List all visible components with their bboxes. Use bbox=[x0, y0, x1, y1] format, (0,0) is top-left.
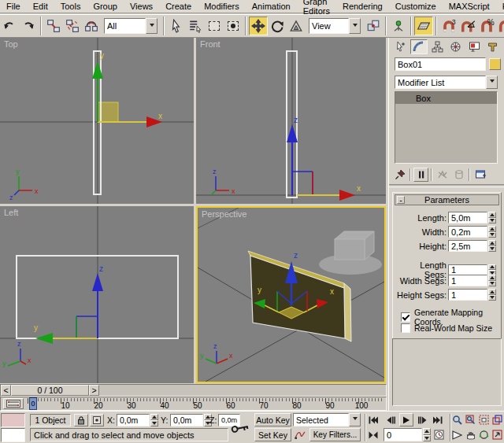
selection-filter-dropdown[interactable]: All bbox=[104, 18, 158, 34]
menu-edit[interactable]: Edit bbox=[27, 1, 54, 12]
width-segs-field[interactable]: 1 bbox=[448, 275, 487, 286]
rollout-collapse-button[interactable]: - bbox=[397, 196, 405, 204]
rectangular-selection-region-button[interactable] bbox=[205, 17, 224, 35]
go-to-start-button[interactable] bbox=[366, 413, 380, 426]
bind-to-space-warp-button[interactable] bbox=[82, 17, 101, 35]
spinner-snap-toggle-button[interactable] bbox=[496, 17, 504, 35]
viewport-left-label[interactable]: Left bbox=[4, 208, 18, 217]
select-object-button[interactable] bbox=[167, 17, 186, 35]
height-segs-field[interactable]: 1 bbox=[448, 289, 487, 301]
make-unique-button[interactable] bbox=[435, 168, 450, 182]
set-keys-button[interactable] bbox=[229, 415, 251, 441]
angle-snap-toggle-button[interactable] bbox=[458, 17, 477, 35]
viewport-perspective-label[interactable]: Perspective bbox=[202, 209, 246, 219]
modifier-stack[interactable]: Box bbox=[395, 91, 498, 164]
remove-modifier-button[interactable] bbox=[451, 168, 466, 182]
configure-modifier-sets-button[interactable] bbox=[472, 168, 488, 182]
show-end-result-button[interactable] bbox=[413, 168, 428, 182]
tab-display[interactable] bbox=[465, 39, 484, 54]
redo-button[interactable] bbox=[19, 17, 38, 35]
current-frame-field[interactable]: 0 bbox=[384, 428, 422, 441]
tab-hierarchy[interactable] bbox=[428, 39, 447, 54]
tab-utilities[interactable] bbox=[484, 39, 502, 54]
select-and-manipulate-button[interactable] bbox=[389, 17, 408, 35]
pan-view-button[interactable] bbox=[464, 428, 477, 441]
percent-snap-toggle-button[interactable]: % bbox=[477, 17, 496, 35]
pin-stack-button[interactable] bbox=[393, 168, 407, 182]
go-to-end-button[interactable] bbox=[431, 413, 445, 426]
menu-views[interactable]: Views bbox=[124, 1, 159, 12]
current-frame-marker[interactable]: 0 bbox=[29, 397, 37, 410]
macro-recorder-mini-listener[interactable] bbox=[1, 413, 25, 427]
menu-modifiers[interactable]: Modifiers bbox=[198, 1, 246, 12]
height-spinner[interactable] bbox=[488, 240, 496, 252]
maximize-viewport-toggle[interactable] bbox=[491, 428, 504, 441]
reference-coordinate-dropdown[interactable]: View bbox=[309, 18, 361, 34]
coord-y-field[interactable]: 0,0m bbox=[170, 414, 203, 426]
open-mini-curve-editor-button[interactable] bbox=[3, 398, 24, 409]
selection-lock-toggle[interactable] bbox=[74, 414, 88, 426]
arc-rotate-button[interactable] bbox=[477, 428, 491, 441]
zoom-button[interactable] bbox=[450, 413, 464, 426]
viewport-front-label[interactable]: Front bbox=[200, 39, 220, 49]
maxscript-mini-listener[interactable] bbox=[1, 428, 25, 442]
length-spinner[interactable] bbox=[488, 212, 496, 223]
unlink-selection-button[interactable] bbox=[63, 17, 82, 35]
default-tangent-button[interactable] bbox=[293, 428, 307, 441]
object-color-swatch[interactable] bbox=[489, 58, 501, 70]
viewport-perspective[interactable]: Perspective bbox=[196, 206, 386, 383]
key-mode-selection-dropdown[interactable]: Selected bbox=[293, 413, 361, 426]
viewport-top-label[interactable]: Top bbox=[4, 39, 18, 49]
menu-maxscript[interactable]: MAXScript bbox=[443, 1, 496, 12]
viewport-left[interactable]: Left z y z y x bbox=[0, 206, 194, 383]
track-bar[interactable]: 0 10 20 30 40 50 60 70 80 90 100 0 bbox=[0, 397, 387, 411]
modifier-stack-item-box[interactable]: Box bbox=[395, 92, 497, 104]
modifier-list-dropdown[interactable]: Modifier List bbox=[395, 76, 498, 89]
real-world-map-size-checkbox[interactable] bbox=[401, 323, 410, 333]
key-mode-toggle-button[interactable] bbox=[366, 428, 380, 441]
dropdown-arrow-icon[interactable] bbox=[486, 76, 498, 89]
coord-x-spinner[interactable] bbox=[150, 414, 158, 426]
dropdown-arrow-icon[interactable] bbox=[349, 18, 361, 34]
tab-motion[interactable] bbox=[447, 39, 465, 54]
height-segs-spinner[interactable] bbox=[488, 289, 496, 301]
generate-mapping-coords-checkbox[interactable] bbox=[401, 312, 410, 322]
length-field[interactable]: 5,0m bbox=[448, 212, 487, 223]
coord-x-field[interactable]: 0,0m bbox=[117, 414, 150, 426]
dropdown-arrow-icon[interactable] bbox=[146, 18, 158, 34]
width-spinner[interactable] bbox=[488, 226, 496, 238]
select-and-rotate-button[interactable] bbox=[268, 17, 287, 35]
tab-modify[interactable] bbox=[410, 39, 428, 54]
time-slider-handle[interactable]: 0 / 100 bbox=[11, 385, 89, 396]
field-of-view-button[interactable] bbox=[450, 428, 464, 441]
time-configuration-button[interactable] bbox=[432, 428, 446, 441]
menu-create[interactable]: Create bbox=[159, 1, 198, 12]
frame-spinner[interactable] bbox=[423, 428, 431, 441]
next-frame-button[interactable] bbox=[416, 413, 428, 426]
menu-rendering[interactable]: Rendering bbox=[336, 1, 389, 12]
keyboard-shortcut-override-toggle[interactable] bbox=[414, 17, 433, 35]
menu-customize[interactable]: Customize bbox=[389, 1, 443, 12]
use-center-button[interactable] bbox=[364, 17, 383, 35]
menu-animation[interactable]: Animation bbox=[246, 1, 297, 12]
object-name-field[interactable]: Box01 bbox=[395, 57, 486, 71]
previous-frame-button[interactable] bbox=[384, 413, 397, 426]
select-by-name-button[interactable] bbox=[186, 17, 205, 35]
width-field[interactable]: 0,2m bbox=[448, 226, 487, 238]
height-field[interactable]: 2,5m bbox=[448, 240, 487, 252]
width-segs-spinner[interactable] bbox=[488, 275, 496, 286]
viewport-top[interactable]: Top y x y x z bbox=[0, 38, 194, 204]
zoom-extents-button[interactable] bbox=[477, 413, 491, 426]
zoom-all-button[interactable] bbox=[464, 413, 477, 426]
dropdown-arrow-icon[interactable] bbox=[349, 413, 361, 426]
undo-button[interactable] bbox=[0, 17, 19, 35]
viewport-front[interactable]: Front z x z x bbox=[196, 38, 386, 204]
menu-group[interactable]: Group bbox=[87, 1, 124, 12]
menu-help[interactable]: Help bbox=[496, 1, 504, 12]
panel-splitter[interactable] bbox=[389, 184, 504, 187]
parameters-rollout-header[interactable]: - Parameters bbox=[395, 194, 499, 205]
select-and-move-button[interactable] bbox=[249, 17, 268, 35]
tab-create[interactable] bbox=[391, 39, 410, 54]
play-animation-button[interactable] bbox=[399, 413, 413, 426]
absolute-offset-mode-toggle[interactable] bbox=[90, 414, 104, 426]
